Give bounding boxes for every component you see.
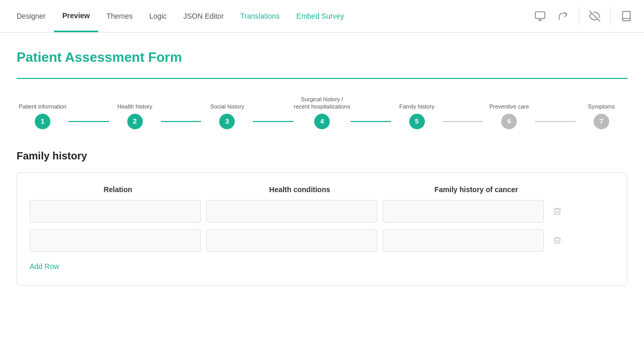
connector-1 xyxy=(69,121,109,122)
row-2-relation-input[interactable] xyxy=(30,229,201,252)
stepper: Patient information 1 Health history 2 S… xyxy=(17,96,627,129)
col-header-cancer: Family history of cancer xyxy=(393,185,559,194)
step-2-circle: 2 xyxy=(127,114,143,129)
book-icon-button[interactable] xyxy=(617,7,636,25)
step-6-circle: 6 xyxy=(501,114,517,129)
nav-divider-2 xyxy=(610,7,611,25)
section-divider xyxy=(17,78,627,79)
redo-icon-button[interactable] xyxy=(554,7,572,25)
step-6-label: Preventive care xyxy=(483,103,535,110)
nav-embed-survey[interactable]: Embed Survey xyxy=(288,0,353,32)
row-2-cancer-input[interactable] xyxy=(383,229,544,252)
step-5-label: Family history xyxy=(391,103,443,110)
table-row xyxy=(30,229,614,252)
step-1-circle: 1 xyxy=(35,114,50,129)
step-1[interactable]: Patient information 1 xyxy=(17,103,69,129)
form-title: Patient Assessment Form xyxy=(17,49,627,65)
nav-logic[interactable]: Logic xyxy=(141,0,175,32)
step-7[interactable]: Symptoms 7 xyxy=(575,103,627,129)
step-3-circle: 3 xyxy=(219,114,235,129)
eye-off-icon xyxy=(589,10,600,22)
table-row xyxy=(30,200,614,223)
row-1-delete-button[interactable] xyxy=(549,203,566,220)
step-7-label: Symptoms xyxy=(575,103,627,110)
step-1-label: Patient information xyxy=(17,103,69,110)
monitor-icon xyxy=(534,10,546,22)
trash-icon xyxy=(553,207,562,216)
row-1-health-input[interactable] xyxy=(206,200,378,223)
eye-off-icon-button[interactable] xyxy=(585,7,604,25)
add-row-button[interactable]: Add Row xyxy=(30,258,59,275)
row-1-relation-input[interactable] xyxy=(30,200,201,223)
step-5-circle: 5 xyxy=(409,114,425,129)
step-4-label: Surgical history / recent hospitalizatio… xyxy=(293,96,351,111)
col-header-health: Health conditions xyxy=(211,185,388,194)
step-7-circle: 7 xyxy=(594,114,609,129)
connector-3 xyxy=(253,121,293,122)
book-icon xyxy=(621,10,632,22)
section-title: Family history xyxy=(17,150,627,162)
row-2-health-input[interactable] xyxy=(206,229,378,252)
nav-json-editor[interactable]: JSON Editor xyxy=(175,0,232,32)
step-4[interactable]: Surgical history / recent hospitalizatio… xyxy=(293,96,351,129)
step-2[interactable]: Health history 2 xyxy=(109,103,161,129)
main-content: Patient Assessment Form Patient informat… xyxy=(0,33,644,286)
redo-icon xyxy=(557,10,569,22)
step-3-label: Social history xyxy=(201,103,253,110)
connector-2 xyxy=(161,121,202,122)
nav-translations[interactable]: Translations xyxy=(232,0,288,32)
step-2-label: Health history xyxy=(109,103,161,110)
step-6[interactable]: Preventive care 6 xyxy=(483,103,535,129)
table-header: Relation Health conditions Family histor… xyxy=(30,185,614,194)
nav-right-icons xyxy=(531,7,636,25)
connector-6 xyxy=(535,121,575,122)
svg-rect-0 xyxy=(535,12,545,19)
row-2-delete-button[interactable] xyxy=(549,232,566,249)
row-1-cancer-input[interactable] xyxy=(383,200,544,223)
connector-4 xyxy=(351,121,391,122)
nav-themes[interactable]: Themes xyxy=(98,0,141,32)
step-3[interactable]: Social history 3 xyxy=(201,103,253,129)
col-header-relation: Relation xyxy=(30,185,206,194)
top-nav: Designer Preview Themes Logic JSON Edito… xyxy=(0,0,644,33)
nav-designer[interactable]: Designer xyxy=(8,0,54,32)
family-history-table: Relation Health conditions Family histor… xyxy=(17,172,627,286)
connector-5 xyxy=(443,121,484,122)
nav-divider xyxy=(579,7,579,25)
nav-preview[interactable]: Preview xyxy=(54,0,98,32)
trash-icon xyxy=(553,236,562,245)
step-4-circle: 4 xyxy=(314,114,330,129)
step-5[interactable]: Family history 5 xyxy=(391,103,443,129)
monitor-icon-button[interactable] xyxy=(531,7,549,25)
